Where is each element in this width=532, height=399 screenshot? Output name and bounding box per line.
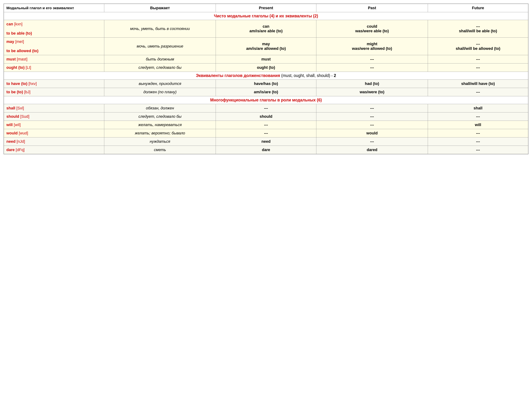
modal-verb-cell: can [kxn]to be able (to): [4, 20, 104, 38]
section-header-row: Чисто модальные глаголы (4) и их эквивал…: [4, 12, 528, 20]
past-cell: ---: [316, 55, 428, 63]
section-header-black-text: (must, ought, shall, should) -: [280, 73, 334, 78]
future-cell: ---: [428, 88, 528, 96]
modal-verb-phonetic: [meI]: [14, 39, 24, 44]
past-cell: mightwas/were allowed (to): [316, 38, 428, 55]
present-cell: am/is/are (to): [216, 88, 316, 96]
modal-verb-phonetic: [dFq]: [14, 147, 25, 152]
past-cell: ---: [316, 112, 428, 121]
present-cell: ought (to): [216, 63, 316, 72]
header-col1: Модальный глагол и его эквивалент: [4, 4, 104, 12]
modal-verbs-table: Модальный глагол и его эквивалент Выража…: [4, 4, 528, 154]
modal-verb-phonetic: [mast]: [16, 57, 27, 61]
present-cell: mayam/is/are allowed (to): [216, 38, 316, 55]
future-cell: ---: [428, 146, 528, 154]
modal-verb-name: to have (to): [6, 81, 27, 86]
modal-verb-cell: to have (to) [hxv]: [4, 80, 104, 88]
future-cell: ---: [428, 137, 528, 146]
modal-verb-phonetic: [Sud]: [19, 114, 29, 119]
table-row: may [meI]to be allowed (to)мочь, иметь р…: [4, 38, 528, 55]
meaning-cell: мочь, иметь разрешение: [104, 38, 216, 55]
table-row: would [wud]желать; вероятно; бывало---wo…: [4, 129, 528, 137]
past-cell: dared: [316, 146, 428, 154]
future-cell: shall/will have (to): [428, 80, 528, 88]
header-col5: Future: [428, 4, 528, 12]
section-header-row: Многофункциональные глаголы в роли модал…: [4, 96, 528, 104]
table-row: should [Sud]следует, следовало быshould-…: [4, 112, 528, 121]
meaning-cell: нуждаться: [104, 137, 216, 146]
modal-verb-name: would: [6, 131, 18, 135]
future-cell: shall: [428, 104, 528, 112]
meaning-cell: вынужден, приходится: [104, 80, 216, 88]
section-header-bold-text: 2: [334, 73, 336, 78]
meaning-cell: сметь: [104, 146, 216, 154]
past-cell: couldwas/were able (to): [316, 20, 428, 38]
modal-verb-equivalent: to be able (to): [6, 31, 32, 35]
modal-verb-cell: need [nJd]: [4, 137, 104, 146]
past-cell: ---: [316, 137, 428, 146]
table-row: ought (to) [Lt]следует, следовало быough…: [4, 63, 528, 72]
header-col4: Past: [316, 4, 428, 12]
modal-verb-phonetic: [hxv]: [27, 81, 37, 86]
table-row: need [nJd]нуждатьсяneed------: [4, 137, 528, 146]
future-cell: ---shall/will be allowed (to): [428, 38, 528, 55]
table-body: Чисто модальные глаголы (4) и их эквивал…: [4, 12, 528, 154]
past-cell: would: [316, 129, 428, 137]
header-col2: Выражает: [104, 4, 216, 12]
present-cell: must: [216, 55, 316, 63]
meaning-cell: желать; вероятно; бывало: [104, 129, 216, 137]
header-col3: Present: [216, 4, 316, 12]
modal-verb-phonetic: [Sxl]: [15, 106, 24, 110]
past-cell: ---: [316, 121, 428, 129]
modal-verb-name: shall: [6, 106, 15, 110]
meaning-cell: должен (по плану): [104, 88, 216, 96]
present-cell: ---: [216, 121, 316, 129]
present-cell: ---: [216, 104, 316, 112]
meaning-cell: мочь, уметь, быть в состоянии: [104, 20, 216, 38]
present-cell: dare: [216, 146, 316, 154]
future-cell: will: [428, 121, 528, 129]
table-row: must [mast]быть должнымmust------: [4, 55, 528, 63]
present-cell: need: [216, 137, 316, 146]
table-row: to be (to) [bJ]должен (по плану)am/is/ar…: [4, 88, 528, 96]
table-header-row: Модальный глагол и его эквивалент Выража…: [4, 4, 528, 12]
meaning-cell: желать, намереваться: [104, 121, 216, 129]
table-row: shall [Sxl]обязан, должен------shall: [4, 104, 528, 112]
present-cell: should: [216, 112, 316, 121]
modal-verb-phonetic: [kxn]: [13, 22, 23, 26]
modal-verb-phonetic: [Lt]: [25, 65, 31, 70]
past-cell: was/were (to): [316, 88, 428, 96]
table-row: can [kxn]to be able (to)мочь, уметь, быт…: [4, 20, 528, 38]
modal-verb-cell: will [wIl]: [4, 121, 104, 129]
modal-verb-phonetic: [wIl]: [13, 122, 21, 127]
modal-verb-name: may: [6, 39, 14, 44]
modal-verb-cell: dare [dFq]: [4, 146, 104, 154]
modal-verb-cell: may [meI]to be allowed (to): [4, 38, 104, 55]
table-row: to have (to) [hxv]вынужден, приходитсяha…: [4, 80, 528, 88]
modal-verb-phonetic: [nJd]: [15, 139, 25, 144]
section-header-text: Чисто модальные глаголы (4) и их эквивал…: [4, 12, 528, 20]
modal-verb-cell: ought (to) [Lt]: [4, 63, 104, 72]
modal-verb-cell: must [mast]: [4, 55, 104, 63]
modal-verb-name: need: [6, 139, 15, 144]
past-cell: ---: [316, 63, 428, 72]
modal-verb-cell: to be (to) [bJ]: [4, 88, 104, 96]
table-row: dare [dFq]сметьdaredared---: [4, 146, 528, 154]
past-cell: ---: [316, 104, 428, 112]
modal-verb-name: dare: [6, 147, 14, 152]
modal-verb-equivalent: to be allowed (to): [6, 49, 38, 53]
modal-verb-name: to be (to): [6, 90, 23, 94]
future-cell: ---: [428, 63, 528, 72]
modal-verb-name: can: [6, 22, 13, 26]
modal-verb-name: must: [6, 57, 16, 61]
meaning-cell: следует, следовало бы: [104, 112, 216, 121]
modal-verb-name: will: [6, 122, 13, 127]
future-cell: ---shall/will be able (to): [428, 20, 528, 38]
present-cell: canam/is/are able (to): [216, 20, 316, 38]
section-header-mixed-row: Эквиваленты глаголов долженствования (mu…: [4, 72, 528, 80]
present-cell: have/has (to): [216, 80, 316, 88]
future-cell: ---: [428, 129, 528, 137]
modal-verb-cell: would [wud]: [4, 129, 104, 137]
section-header-mixed-text: Эквиваленты глаголов долженствования (mu…: [4, 72, 528, 80]
modal-verb-name: should: [6, 114, 19, 119]
